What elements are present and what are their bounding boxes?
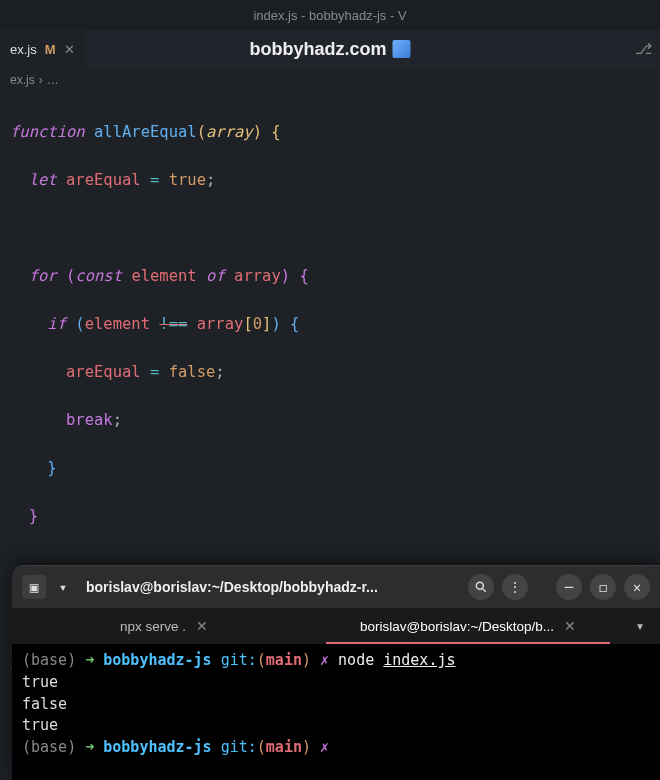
- terminal-tab-active[interactable]: borislav@borislav:~/Desktop/b... ✕: [316, 608, 620, 644]
- terminal-titlebar: ▣ ▾ borislav@borislav:~/Desktop/bobbyhad…: [12, 566, 660, 608]
- editor-tab[interactable]: ex.js M ✕: [0, 30, 85, 68]
- window-titlebar: index.js - bobbyhadz-js - V: [0, 0, 660, 30]
- tab-modified-indicator: M: [45, 42, 56, 57]
- close-icon[interactable]: ✕: [196, 618, 208, 634]
- close-icon[interactable]: ✕: [64, 42, 75, 57]
- maximize-icon[interactable]: ◻: [590, 574, 616, 600]
- window-title: index.js - bobbyhadz-js - V: [253, 8, 406, 23]
- code-line: [10, 216, 650, 240]
- code-line: }: [10, 504, 650, 528]
- git-compare-icon[interactable]: ⎇: [635, 40, 652, 58]
- editor-tabbar: ex.js M ✕ bobbyhadz.com ⎇: [0, 30, 660, 68]
- chevron-down-icon[interactable]: ▾: [620, 608, 660, 644]
- terminal-tabs: npx serve . ✕ borislav@borislav:~/Deskto…: [12, 608, 660, 644]
- close-icon[interactable]: ✕: [564, 618, 576, 634]
- code-line: }: [10, 456, 650, 480]
- chevron-down-icon[interactable]: ▾: [54, 575, 72, 599]
- terminal-output: true: [22, 672, 650, 694]
- terminal-title: borislav@borislav:~/Desktop/bobbyhadz-r.…: [86, 579, 460, 595]
- kebab-menu-icon[interactable]: ⋮: [502, 574, 528, 600]
- code-line: for (const element of array) {: [10, 264, 650, 288]
- search-icon[interactable]: [468, 574, 494, 600]
- brand-label: bobbyhadz.com: [249, 39, 410, 60]
- code-line: function allAreEqual(array) {: [10, 120, 650, 144]
- breadcrumb[interactable]: ex.js › …: [0, 68, 660, 92]
- close-icon[interactable]: ✕: [624, 574, 650, 600]
- terminal-output: false: [22, 694, 650, 716]
- terminal-tab[interactable]: npx serve . ✕: [12, 608, 316, 644]
- terminal-line: (base) ➜ bobbyhadz-js git:(main) ✗: [22, 737, 650, 759]
- terminal-line: (base) ➜ bobbyhadz-js git:(main) ✗ node …: [22, 650, 650, 672]
- cube-icon: [393, 40, 411, 58]
- code-line: if (element !== array[0]) {: [10, 312, 650, 336]
- terminal-body[interactable]: (base) ➜ bobbyhadz-js git:(main) ✗ node …: [12, 644, 660, 765]
- terminal-menu-icon[interactable]: ▣: [22, 575, 46, 599]
- svg-line-1: [483, 589, 486, 592]
- code-line: let areEqual = true;: [10, 168, 650, 192]
- tab-label: ex.js: [10, 42, 37, 57]
- svg-point-0: [476, 582, 483, 589]
- code-line: areEqual = false;: [10, 360, 650, 384]
- terminal-window: ▣ ▾ borislav@borislav:~/Desktop/bobbyhad…: [12, 565, 660, 780]
- minimize-icon[interactable]: ─: [556, 574, 582, 600]
- code-line: break;: [10, 408, 650, 432]
- terminal-output: true: [22, 715, 650, 737]
